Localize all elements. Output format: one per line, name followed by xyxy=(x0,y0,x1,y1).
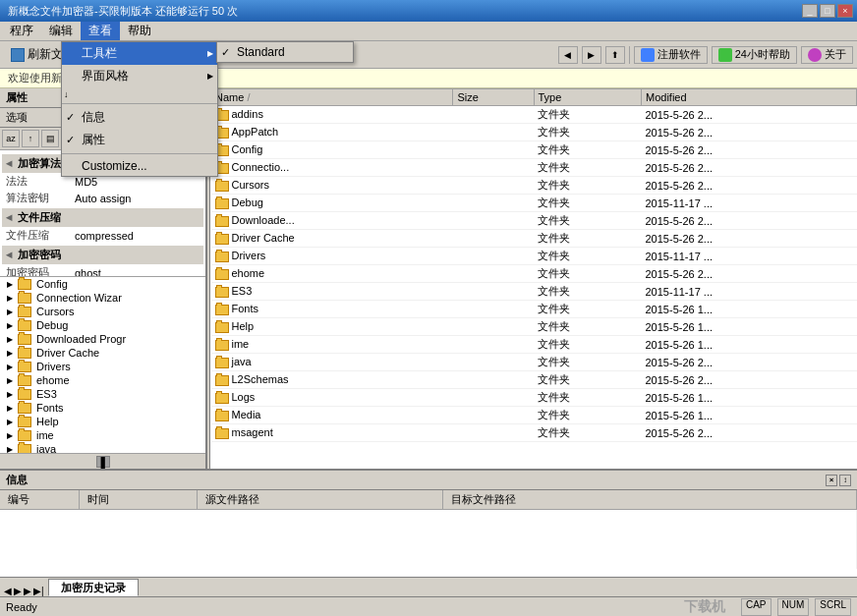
left-tree-item[interactable]: ▶Fonts xyxy=(0,401,205,415)
minimize-button[interactable]: _ xyxy=(802,4,818,18)
col-modified[interactable]: Modified xyxy=(642,89,857,106)
menu-toolbar-item[interactable]: 工具栏 xyxy=(62,42,217,65)
menu-theme-item[interactable]: 界面风格 xyxy=(62,65,217,87)
table-row[interactable]: ES3 文件夹 2015-11-17 ... xyxy=(211,283,857,301)
tab-next-button[interactable]: ▶ xyxy=(14,586,22,596)
prop-label-algo-key: 算法密钥 xyxy=(6,191,75,205)
folder-icon xyxy=(18,334,31,345)
menu-item-program[interactable]: 程序 xyxy=(2,22,41,40)
table-row[interactable]: Debug 文件夹 2015-11-17 ... xyxy=(211,195,857,212)
table-row[interactable]: java 文件夹 2015-5-26 2... xyxy=(211,354,857,371)
menu-item-help[interactable]: 帮助 xyxy=(120,22,159,40)
tree-expand-icon: ▶ xyxy=(4,445,16,454)
menu-customize-item[interactable]: Customize... xyxy=(62,156,217,176)
prop-group-button[interactable]: ▤ xyxy=(41,130,59,147)
table-row[interactable]: ehome 文件夹 2015-5-26 2... xyxy=(211,265,857,283)
tab-prev-button[interactable]: ◀ xyxy=(4,586,12,596)
col-type[interactable]: Type xyxy=(534,89,642,106)
col-name[interactable]: Name / xyxy=(211,89,453,106)
register-software-button[interactable]: 注册软件 xyxy=(634,46,708,64)
table-row[interactable]: ime 文件夹 2015-5-26 1... xyxy=(211,336,857,354)
left-tree-item[interactable]: ▶Downloaded Progr xyxy=(0,332,205,346)
file-size-cell xyxy=(453,195,534,212)
left-tree-item[interactable]: ▶ehome xyxy=(0,373,205,387)
view-menu-popup[interactable]: 工具栏 界面风格 ↓ 信息 属性 Customize... xyxy=(61,41,218,177)
folder-icon xyxy=(215,181,229,192)
table-row[interactable]: Config 文件夹 2015-5-26 2... xyxy=(211,141,857,159)
menu-item-edit[interactable]: 编辑 xyxy=(41,22,81,40)
file-type-cell: 文件夹 xyxy=(534,389,642,407)
left-tree-item[interactable]: ▶Cursors xyxy=(0,305,205,318)
tab-next2-button[interactable]: ▶ xyxy=(24,586,31,596)
table-row[interactable]: Downloade... 文件夹 2015-5-26 2... xyxy=(211,212,857,230)
maximize-button[interactable]: □ xyxy=(820,4,835,18)
group-arrow-2: ◀ xyxy=(6,213,12,222)
file-modified-cell: 2015-11-17 ... xyxy=(642,283,857,301)
table-row[interactable]: Driver Cache 文件夹 2015-5-26 2... xyxy=(211,230,857,248)
nav-forward-button[interactable]: ▶ xyxy=(582,46,601,64)
file-type-cell: 文件夹 xyxy=(534,336,642,354)
toolbar-submenu[interactable]: Standard xyxy=(216,41,354,63)
info-float-button[interactable]: ↕ xyxy=(839,475,851,486)
table-row[interactable]: Drivers 文件夹 2015-11-17 ... xyxy=(211,248,857,265)
left-tree-item[interactable]: ▶Help xyxy=(0,415,205,428)
menu-attr-item[interactable]: 属性 xyxy=(62,129,217,151)
prop-value-fa: MD5 xyxy=(75,176,200,188)
table-row[interactable]: Connectio... 文件夹 2015-5-26 2... xyxy=(211,159,857,177)
left-tree-item[interactable]: ▶Connection Wizar xyxy=(0,291,205,305)
menu-item-view[interactable]: 查看 xyxy=(81,22,120,40)
standard-text: Standard xyxy=(237,45,285,59)
help-24h-button[interactable]: 24小时帮助 xyxy=(712,46,797,64)
left-tree-item[interactable]: ▶Driver Cache xyxy=(0,346,205,360)
tab-last-button[interactable]: ▶| xyxy=(33,586,44,596)
folder-name: Cursors xyxy=(36,306,75,317)
table-row[interactable]: Logs 文件夹 2015-5-26 1... xyxy=(211,389,857,407)
table-row[interactable]: msagent 文件夹 2015-5-26 2... xyxy=(211,424,857,442)
submenu-standard[interactable]: Standard xyxy=(217,42,353,62)
table-row[interactable]: L2Schemas 文件夹 2015-5-26 2... xyxy=(211,371,857,389)
prop-sort-az-button[interactable]: az xyxy=(2,130,20,147)
prop-row-algo-key: 算法密钥 Auto assign xyxy=(2,190,203,206)
file-name-cell: msagent xyxy=(211,424,453,442)
tree-expand-icon: ▶ xyxy=(4,363,16,371)
table-row[interactable]: Media 文件夹 2015-5-26 1... xyxy=(211,407,857,424)
scroll-thumb[interactable]: ▐ xyxy=(96,456,110,468)
col-size[interactable]: Size xyxy=(453,89,534,106)
tab-encrypt-history[interactable]: 加密历史记录 xyxy=(48,579,139,596)
left-tree-item[interactable]: ▶ES3 xyxy=(0,387,205,401)
folder-icon xyxy=(215,269,229,280)
nav-up-button[interactable]: ⬆ xyxy=(605,46,625,64)
left-tree-item[interactable]: ▶Drivers xyxy=(0,360,205,373)
left-tree-item[interactable]: ▶Config xyxy=(0,277,205,291)
table-row[interactable]: addins 文件夹 2015-5-26 2... xyxy=(211,106,857,124)
table-row[interactable]: Fonts 文件夹 2015-5-26 1... xyxy=(211,301,857,318)
file-type-cell: 文件夹 xyxy=(534,301,642,318)
file-name-cell: ime xyxy=(211,336,453,354)
table-row[interactable]: AppPatch 文件夹 2015-5-26 2... xyxy=(211,124,857,141)
toolbar-text: 工具栏 xyxy=(82,45,117,62)
left-tree-item[interactable]: ▶Debug xyxy=(0,318,205,332)
info-title: 信息 xyxy=(6,473,28,487)
file-name-cell: Logs xyxy=(211,389,453,407)
left-tree-item[interactable]: ▶java xyxy=(0,442,205,453)
left-tree-item[interactable]: ▶ime xyxy=(0,428,205,442)
menu-info-item[interactable]: 信息 xyxy=(62,106,217,129)
file-name-cell: ES3 xyxy=(211,283,453,301)
file-name-cell: java xyxy=(211,354,453,371)
file-modified-cell: 2015-5-26 1... xyxy=(642,301,857,318)
folder-icon xyxy=(18,320,31,331)
table-row[interactable]: Help 文件夹 2015-5-26 1... xyxy=(211,318,857,336)
close-button[interactable]: × xyxy=(837,4,853,18)
left-hscroll[interactable]: ▐ xyxy=(0,453,205,469)
prop-sort-za-button[interactable]: ↑ xyxy=(22,130,39,147)
table-row[interactable]: Cursors 文件夹 2015-5-26 2... xyxy=(211,177,857,195)
info-pin-button[interactable]: × xyxy=(826,475,837,486)
about-button[interactable]: 关于 xyxy=(801,46,853,64)
menu-down-item[interactable]: ↓ xyxy=(62,87,217,101)
info-menu-text: 信息 xyxy=(82,109,105,126)
nav-back-button[interactable]: ◀ xyxy=(558,46,578,64)
folder-icon xyxy=(215,216,229,227)
title-bar-text: 新概念文件加密器-买限制版本 还能够运行 50 次 xyxy=(4,4,238,19)
help-label: 24小时帮助 xyxy=(735,47,790,62)
file-name-cell: Help xyxy=(211,318,453,336)
